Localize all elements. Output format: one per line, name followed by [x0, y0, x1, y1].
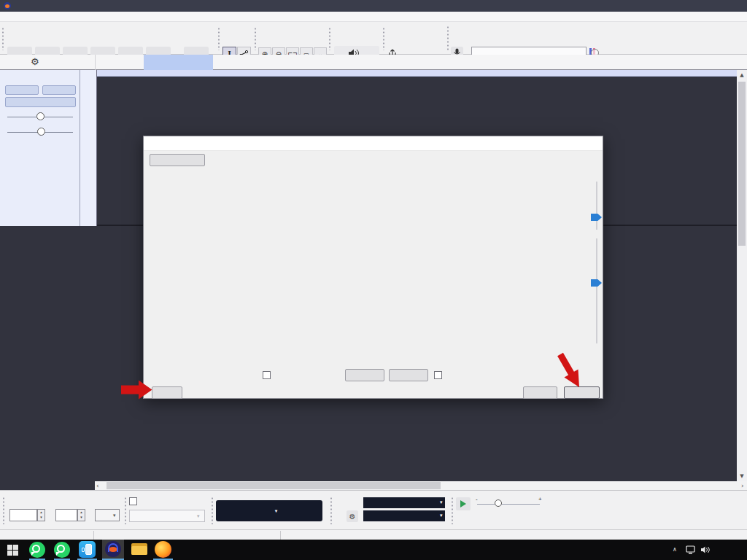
tray-chevron-up-icon[interactable]: ∧ — [673, 546, 677, 553]
db-range-bottom-slider-track[interactable] — [596, 238, 597, 343]
start-button[interactable] — [7, 545, 18, 556]
minimize-button[interactable] — [678, 1, 693, 11]
app-titlebar — [0, 0, 747, 12]
time-signature-spinner[interactable]: ▲▼ — [77, 509, 85, 521]
snap-checkbox[interactable] — [129, 497, 137, 505]
play-speed-slider[interactable] — [495, 499, 502, 507]
taskbar-audacity-icon[interactable] — [105, 541, 121, 557]
scroll-right-arrow-icon[interactable]: › — [741, 481, 744, 490]
chevron-down-icon: ▾ — [197, 513, 200, 519]
dialog-close-button[interactable] — [581, 136, 603, 151]
toolbar-grip[interactable] — [254, 27, 257, 50]
speed-max-label: + — [538, 496, 542, 502]
taskbar-whatsapp-icon[interactable] — [29, 542, 45, 558]
dialog-minimize-button[interactable] — [532, 136, 554, 151]
maximize-button[interactable] — [703, 1, 717, 11]
menubar — [0, 12, 747, 22]
eq-db-axis — [144, 171, 167, 353]
play-at-speed-icon — [460, 500, 466, 508]
toolbar-grip[interactable] — [211, 497, 214, 524]
scroll-down-arrow-icon[interactable]: ▼ — [737, 471, 747, 481]
close-button[interactable] — [727, 1, 741, 11]
dialog-titlebar[interactable] — [144, 136, 603, 151]
scroll-up-arrow-icon[interactable]: ▲ — [737, 70, 747, 80]
toolbar-grip[interactable] — [217, 27, 220, 50]
toolbar-grip[interactable] — [1, 27, 4, 50]
preview-button[interactable] — [152, 386, 182, 399]
filter-curve-eq-dialog — [143, 136, 603, 399]
scroll-left-arrow-icon[interactable]: ‹ — [96, 481, 99, 490]
track-control-panel — [0, 70, 80, 226]
flatten-button[interactable] — [345, 369, 384, 381]
speed-min-label: - — [476, 496, 478, 502]
mute-button[interactable] — [5, 85, 39, 95]
toolbar-grip[interactable] — [124, 497, 127, 524]
windows-taskbar: ∧ — [0, 540, 747, 560]
taskbar-explorer-icon[interactable] — [131, 543, 147, 556]
db-range-top-slider[interactable] — [591, 214, 602, 221]
toolbar-grip[interactable] — [382, 27, 385, 50]
play-at-speed-button[interactable] — [456, 497, 471, 510]
invert-button[interactable] — [389, 369, 428, 381]
eq-graph[interactable] — [167, 171, 588, 356]
audacity-logo-wave — [5, 4, 9, 8]
tempo-input[interactable] — [9, 509, 37, 521]
toolbar-grip[interactable] — [446, 26, 449, 52]
vertical-scale-ruler[interactable] — [80, 70, 97, 226]
timeline-ticks — [0, 55, 747, 70]
db-range-top-slider-track[interactable] — [596, 182, 597, 230]
gain-slider[interactable] — [36, 112, 44, 120]
timeline-ruler[interactable]: ⚙ — [0, 55, 747, 70]
screen: I ✎ ✱ ⊕ ⊖ ⊏⊐ ▭ ↔ ↶ ↷ ▾ — [0, 0, 747, 560]
status-bar — [0, 529, 747, 540]
time-signature-upper-input[interactable] — [55, 509, 77, 521]
chevron-down-icon: ▾ — [440, 497, 443, 508]
clip-header[interactable] — [97, 70, 737, 77]
dialog-maximize-button[interactable] — [557, 136, 579, 151]
cancel-button[interactable] — [523, 386, 557, 399]
selection-start-display[interactable]: ▾ — [363, 497, 445, 508]
chevron-down-icon: ▾ — [440, 510, 443, 521]
bottom-toolbar: ▲▼ ▲▼ ▾ ▾ ▾ ⚙ ▾ — [0, 490, 747, 529]
selection-end-display[interactable]: ▾ — [363, 510, 445, 521]
tempo-spinner[interactable]: ▲▼ — [37, 509, 45, 521]
taskbar-firefox-icon[interactable] — [155, 541, 171, 558]
audio-position-display[interactable]: ▾ — [216, 500, 322, 521]
horizontal-scrollbar[interactable]: ‹ › — [95, 481, 747, 490]
pan-slider[interactable] — [37, 128, 45, 136]
solo-button[interactable] — [42, 85, 76, 95]
tray-clock[interactable] — [683, 541, 743, 559]
selection-options-gear-icon[interactable]: ⚙ — [347, 510, 358, 522]
linear-frequency-checkbox[interactable] — [263, 371, 271, 379]
chevron-down-icon: ▾ — [113, 513, 116, 518]
presets-settings-button[interactable] — [150, 154, 205, 166]
toolbar-grip[interactable] — [330, 497, 333, 524]
horizontal-scrollbar-thumb[interactable] — [107, 482, 441, 489]
audacity-logo-icon — [4, 2, 11, 9]
toolbar-grip[interactable] — [451, 497, 454, 524]
eq-frequency-axis — [167, 357, 588, 365]
taskbar-phone-link-icon[interactable] — [79, 541, 96, 558]
snap-to-select[interactable]: ▾ — [129, 510, 205, 522]
effects-button[interactable] — [5, 97, 76, 107]
toolbar-grip[interactable] — [2, 497, 5, 524]
time-signature-lower-select[interactable]: ▾ — [95, 509, 120, 521]
db-range-bottom-slider[interactable] — [591, 279, 602, 287]
toolbar-grip[interactable] — [328, 27, 331, 50]
main-toolbar: I ✎ ✱ ⊕ ⊖ ⊏⊐ ▭ ↔ ↶ ↷ ▾ — [0, 22, 747, 55]
show-grid-checkbox[interactable] — [434, 371, 442, 379]
vertical-scrollbar-thumb[interactable] — [738, 82, 746, 246]
chevron-down-icon: ▾ — [275, 508, 278, 514]
taskbar-whatsapp-icon-2[interactable] — [54, 542, 70, 558]
apply-button[interactable] — [564, 386, 600, 399]
vertical-scrollbar[interactable]: ▲ ▼ — [737, 70, 747, 481]
